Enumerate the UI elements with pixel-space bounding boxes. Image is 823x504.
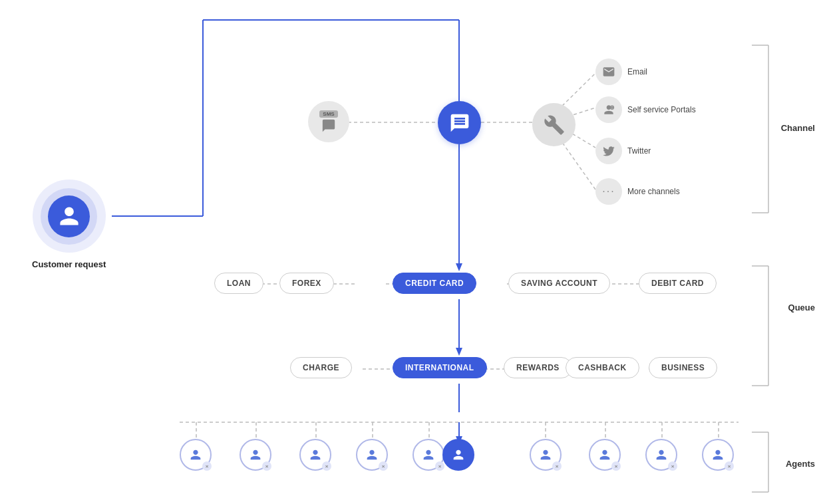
agent-x-2: ×	[262, 461, 271, 471]
agent-icon-10	[711, 447, 725, 462]
queue-pill-debit[interactable]: DEBIT CARD	[639, 273, 717, 294]
customer-avatar-mid	[41, 188, 97, 245]
wrench-icon	[544, 114, 565, 136]
subqueue-pill-cashback[interactable]: CASHBACK	[566, 357, 639, 378]
wrench-circle	[532, 103, 576, 146]
agent-icon-8	[597, 447, 612, 462]
agent-icon-5	[421, 447, 436, 462]
customer-node: Customer request	[32, 180, 106, 269]
twitter-circle	[595, 138, 622, 164]
agent-x-7: ×	[552, 461, 562, 471]
subqueue-pill-charge[interactable]: CHARGE	[290, 357, 352, 378]
customer-icon	[58, 205, 81, 227]
svg-marker-7	[456, 348, 462, 356]
agent-circle-7: ×	[530, 439, 562, 471]
more-label: More channels	[627, 187, 680, 196]
queue-pill-saving[interactable]: SAVING ACCOUNT	[508, 273, 610, 294]
channel-item-portal: Self service Portals	[595, 96, 696, 123]
portal-icon	[602, 103, 615, 116]
agent-node-6	[442, 439, 474, 471]
agent-node-10: ×	[702, 439, 734, 471]
email-icon	[602, 65, 615, 78]
business-label: BUSINESS	[661, 363, 705, 372]
agent-x-3: ×	[322, 461, 331, 471]
agent-node-1: ×	[180, 439, 212, 471]
twitter-icon	[602, 144, 615, 158]
channel-node	[438, 101, 481, 144]
saving-label: SAVING ACCOUNT	[521, 279, 597, 288]
agent-x-8: ×	[611, 461, 621, 471]
subqueue-pill-business[interactable]: BUSINESS	[649, 357, 717, 378]
agent-node-8: ×	[589, 439, 621, 471]
agent-x-9: ×	[668, 461, 677, 471]
loan-label: LOAN	[227, 279, 251, 288]
agent-icon-7	[538, 447, 553, 462]
agent-x-10: ×	[725, 461, 734, 471]
wrench-node	[532, 103, 576, 146]
twitter-label: Twitter	[627, 146, 651, 156]
cashback-label: CASHBACK	[578, 363, 627, 372]
subqueue-pill-international[interactable]: INTERNATIONAL	[393, 357, 487, 378]
agents-section-label: Agents	[786, 459, 815, 469]
charge-label: CHARGE	[303, 363, 339, 372]
svg-marker-5	[456, 263, 462, 271]
sms-icon	[321, 118, 336, 133]
agent-circle-10: ×	[702, 439, 734, 471]
agent-circle-2: ×	[240, 439, 271, 471]
queue-pill-forex[interactable]: FOREX	[279, 273, 334, 294]
agent-circle-5: ×	[412, 439, 444, 471]
channel-item-twitter: Twitter	[595, 138, 651, 164]
agent-icon-2	[248, 447, 263, 462]
forex-label: FOREX	[292, 279, 321, 288]
rewards-label: REWARDS	[516, 363, 560, 372]
sms-label: SMS	[319, 110, 337, 118]
agent-circle-3: ×	[299, 439, 331, 471]
credit-card-label: CREDIT CARD	[405, 279, 464, 288]
email-label: Email	[627, 67, 647, 76]
portal-circle	[595, 96, 622, 123]
more-dots-icon: ···	[602, 186, 615, 197]
chat-circle	[438, 101, 481, 144]
customer-label: Customer request	[32, 259, 106, 269]
queue-section-label: Queue	[788, 303, 815, 313]
channel-section-label: Channel	[781, 123, 815, 133]
portal-label: Self service Portals	[627, 105, 696, 114]
agent-x-1: ×	[202, 461, 212, 471]
agent-circle-1: ×	[180, 439, 212, 471]
sms-node: SMS	[308, 101, 349, 142]
agent-circle-8: ×	[589, 439, 621, 471]
customer-avatar-inner	[48, 195, 90, 237]
agent-icon-9	[654, 447, 669, 462]
subqueue-pill-rewards[interactable]: REWARDS	[504, 357, 572, 378]
debit-label: DEBIT CARD	[651, 279, 704, 288]
email-circle	[595, 59, 622, 85]
agent-node-3: ×	[299, 439, 331, 471]
chat-icon	[449, 112, 470, 134]
sms-circle: SMS	[308, 101, 349, 142]
agent-circle-4: ×	[356, 439, 388, 471]
queue-pill-loan[interactable]: LOAN	[214, 273, 263, 294]
channel-item-email: Email	[595, 59, 647, 85]
queue-pill-credit-card[interactable]: CREDIT CARD	[393, 273, 476, 294]
agent-node-4: ×	[356, 439, 388, 471]
international-label: INTERNATIONAL	[405, 363, 474, 372]
agent-circle-6	[442, 439, 474, 471]
agent-icon-1	[188, 447, 203, 462]
agent-circle-9: ×	[645, 439, 677, 471]
connection-lines	[0, 0, 823, 504]
agent-node-7: ×	[530, 439, 562, 471]
agent-node-9: ×	[645, 439, 677, 471]
agent-icon-6	[451, 447, 466, 462]
agent-node-5: ×	[412, 439, 444, 471]
agent-icon-4	[365, 447, 379, 462]
diagram-container: Customer request SMS	[0, 0, 823, 504]
channel-item-more: ··· More channels	[595, 178, 680, 205]
agent-node-2: ×	[240, 439, 271, 471]
customer-avatar-outer	[33, 180, 106, 253]
agent-x-4: ×	[379, 461, 388, 471]
agent-icon-3	[308, 447, 323, 462]
more-circle: ···	[595, 178, 622, 205]
